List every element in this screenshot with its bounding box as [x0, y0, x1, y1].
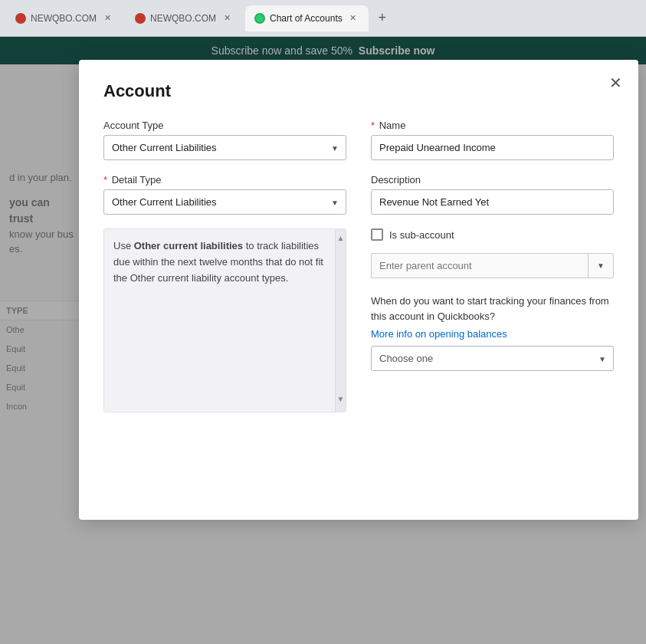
name-required: *	[371, 120, 375, 131]
name-label: * Name	[371, 120, 614, 131]
choose-one-wrap: Choose one Today This month This quarter…	[371, 346, 614, 371]
description-bold: Other current liabilities	[134, 240, 243, 251]
browser-chrome: NEWQBO.COM ✕ NEWQBO.COM ✕ Chart of Accou…	[0, 0, 646, 37]
account-modal: ✕ Account Account Type Other Current Lia…	[79, 60, 638, 520]
tracking-question: When do you want to start tracking your …	[371, 294, 614, 324]
tab1-favicon	[15, 13, 26, 24]
name-input[interactable]	[371, 135, 614, 160]
tab1-close[interactable]: ✕	[101, 12, 113, 25]
parent-account-input[interactable]	[371, 253, 588, 278]
more-info-link[interactable]: More info on opening balances	[371, 328, 614, 340]
parent-account-wrap: ▼	[371, 253, 614, 278]
form-right-column: * Name Description Is sub-account	[371, 120, 614, 412]
tab1-label: NEWQBO.COM	[31, 13, 97, 24]
description-info-box: Use Other current liabilities to track l…	[103, 228, 346, 412]
account-type-group: Account Type Other Current Liabilities B…	[103, 120, 346, 160]
tab2-label: NEWQBO.COM	[150, 13, 216, 24]
tab2-close[interactable]: ✕	[221, 12, 233, 25]
parent-account-arrow-icon: ▼	[597, 261, 605, 270]
description-scrollbar[interactable]: ▲ ▼	[335, 229, 346, 412]
description-label: Description	[371, 174, 614, 186]
detail-type-group: * Detail Type Other Current Liabilities …	[103, 174, 346, 215]
scroll-down-icon[interactable]: ▼	[337, 390, 345, 409]
modal-title: Account	[103, 81, 614, 101]
tracking-group: When do you want to start tracking your …	[371, 294, 614, 371]
description-input[interactable]	[371, 189, 614, 215]
new-tab-button[interactable]: +	[372, 8, 393, 29]
parent-account-dropdown-button[interactable]: ▼	[588, 253, 614, 278]
detail-type-select[interactable]: Other Current Liabilities	[103, 189, 346, 215]
modal-close-button[interactable]: ✕	[605, 72, 626, 94]
detail-type-required: *	[103, 174, 107, 186]
is-sub-account-checkbox[interactable]	[371, 228, 383, 241]
description-group: Description	[371, 174, 614, 215]
tab-3[interactable]: Chart of Accounts ✕	[245, 5, 369, 31]
account-type-select[interactable]: Other Current Liabilities Bank Accounts …	[103, 135, 346, 160]
tab3-favicon	[254, 13, 265, 24]
description-text: Use Other current liabilities to track l…	[113, 240, 323, 284]
tab-2[interactable]: NEWQBO.COM ✕	[126, 5, 242, 31]
account-type-select-wrap: Other Current Liabilities Bank Accounts …	[103, 135, 346, 160]
choose-one-select[interactable]: Choose one Today This month This quarter…	[371, 346, 614, 371]
account-type-label: Account Type	[103, 120, 346, 131]
detail-type-label: * Detail Type	[103, 174, 346, 186]
form-columns: Account Type Other Current Liabilities B…	[103, 120, 614, 412]
is-sub-account-label: Is sub-account	[389, 229, 454, 241]
scroll-up-icon[interactable]: ▲	[337, 229, 345, 248]
detail-type-select-wrap: Other Current Liabilities ▼	[103, 189, 346, 215]
tab3-label: Chart of Accounts	[270, 13, 343, 24]
tab3-close[interactable]: ✕	[347, 12, 359, 25]
tab2-favicon	[135, 13, 146, 24]
is-sub-account-row: Is sub-account	[371, 228, 614, 241]
tab-1[interactable]: NEWQBO.COM ✕	[6, 5, 123, 31]
name-group: * Name	[371, 120, 614, 160]
page-background: Subscribe now and save 50% Subscribe now…	[0, 37, 646, 644]
form-left-column: Account Type Other Current Liabilities B…	[103, 120, 346, 412]
